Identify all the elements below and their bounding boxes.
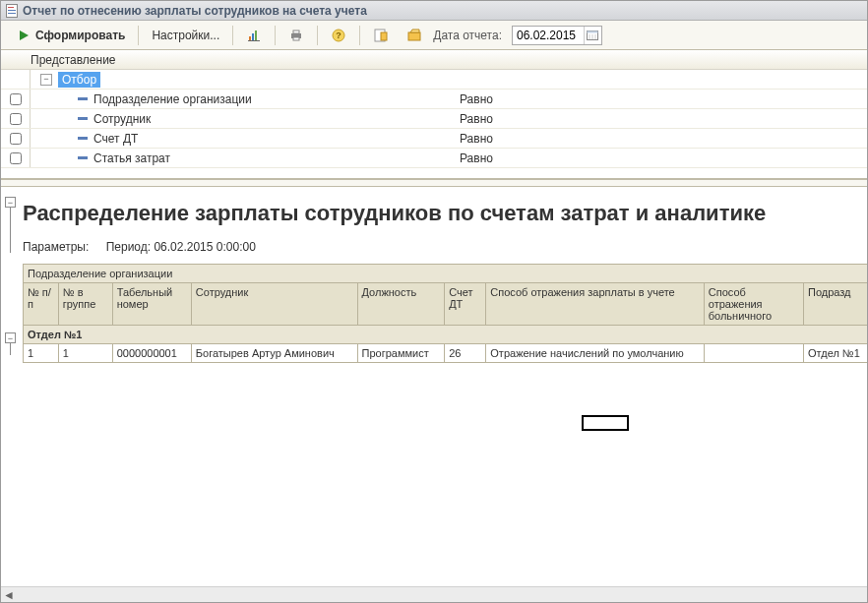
form-report-label: Сформировать <box>35 29 125 42</box>
group-row[interactable]: Отдел №1 <box>24 326 868 344</box>
cell-acc: 26 <box>445 344 486 363</box>
filter-checkbox[interactable] <box>10 113 22 125</box>
params-label: Параметры: <box>23 240 89 254</box>
svg-rect-19 <box>588 30 598 32</box>
cell-method: Отражение начислений по умолчанию <box>486 344 704 363</box>
window-title: Отчет по отнесению зарплаты сотрудников … <box>23 4 367 18</box>
svg-rect-11 <box>293 37 299 40</box>
filter-header-label: Представление <box>31 53 116 67</box>
report-title: Распределение зарплаты сотрудников по сч… <box>23 201 867 226</box>
cell-tab: 0000000001 <box>112 344 191 363</box>
report-date-input[interactable] <box>513 29 584 42</box>
toolbar-separator <box>359 26 360 45</box>
cell-emp: Богатырев Артур Аминович <box>191 344 357 363</box>
save-icon <box>373 28 389 43</box>
chart-icon <box>246 28 262 43</box>
report-scroll[interactable]: − − Распределение зарплаты сотрудников п… <box>1 187 867 586</box>
splitter[interactable] <box>1 179 867 187</box>
filter-row[interactable]: Статья затрат Равно <box>1 149 867 168</box>
svg-rect-3 <box>8 13 16 14</box>
collapse-icon[interactable]: − <box>40 74 52 86</box>
table-superheader: Подразделение организации <box>24 265 868 283</box>
form-report-button[interactable]: Сформировать <box>9 24 132 47</box>
filter-row[interactable]: Сотрудник Равно <box>1 109 867 129</box>
save-settings-button[interactable] <box>366 24 396 47</box>
svg-rect-6 <box>252 33 254 40</box>
col-pos: Должность <box>357 283 445 326</box>
cell-sick <box>704 344 803 363</box>
col-acc: Счет ДТ <box>445 283 486 326</box>
filter-checkbox[interactable] <box>10 133 22 145</box>
svg-rect-7 <box>255 30 257 40</box>
document-icon <box>5 4 19 18</box>
print-icon <box>288 28 304 43</box>
col-sick: Способ отражения больничного <box>704 283 803 326</box>
report-window: Отчет по отнесению зарплаты сотрудников … <box>0 0 868 603</box>
report-table: Подразделение организации № п/п № в груп… <box>23 264 867 363</box>
table-header-row: № п/п № в группе Табельный номер Сотрудн… <box>24 283 868 326</box>
load-icon <box>406 28 422 43</box>
filter-panel: Представление − Отбор Подразделение орга… <box>1 50 867 179</box>
report-params: Параметры: Период: 06.02.2015 0:00:00 <box>23 240 867 254</box>
filter-item-label: Счет ДТ <box>93 132 138 146</box>
cell-dept: Отдел №1 <box>804 344 868 363</box>
toolbar-separator <box>317 26 318 45</box>
filter-root-row[interactable]: − Отбор <box>1 70 867 90</box>
report-area: − − Распределение зарплаты сотрудников п… <box>1 187 867 602</box>
col-method: Способ отражения зарплаты в учете <box>486 283 704 326</box>
toolbar-separator <box>232 26 233 45</box>
play-icon <box>16 28 31 43</box>
filter-root-label: Отбор <box>58 72 100 88</box>
leaf-icon <box>78 117 88 120</box>
toolbar-separator <box>138 26 139 45</box>
filter-item-label: Статья затрат <box>93 151 170 165</box>
table-row[interactable]: 1 1 0000000001 Богатырев Артур Аминович … <box>24 344 868 363</box>
date-input-wrap <box>512 26 602 45</box>
svg-rect-2 <box>8 10 16 11</box>
print-button[interactable] <box>281 24 311 47</box>
calendar-icon <box>585 28 600 43</box>
col-npp: № п/п <box>24 283 59 326</box>
filter-header: Представление <box>1 50 867 70</box>
svg-rect-1 <box>8 7 14 8</box>
outline-gutter: − − <box>1 187 23 534</box>
cell-pos: Программист <box>357 344 445 363</box>
row-checkbox-cell <box>1 70 31 89</box>
leaf-icon <box>78 137 88 140</box>
settings-label: Настройки... <box>152 29 219 42</box>
filter-row[interactable]: Счет ДТ Равно <box>1 129 867 149</box>
horizontal-scrollbar[interactable]: ◄ <box>1 586 867 602</box>
cell-ngrp: 1 <box>58 344 112 363</box>
col-ngrp: № в группе <box>58 283 112 326</box>
load-settings-button[interactable] <box>400 24 429 47</box>
group-label: Отдел №1 <box>24 326 868 344</box>
filter-condition: Равно <box>460 112 493 126</box>
svg-rect-15 <box>381 32 387 40</box>
titlebar: Отчет по отнесению зарплаты сотрудников … <box>1 1 867 21</box>
outline-toggle[interactable]: − <box>5 197 16 208</box>
svg-rect-10 <box>293 30 299 33</box>
col-tab: Табельный номер <box>112 283 191 326</box>
leaf-icon <box>78 97 88 100</box>
help-button[interactable]: ? <box>324 24 353 47</box>
superheader-label: Подразделение организации <box>24 265 868 283</box>
toolbar-separator <box>275 26 276 45</box>
leaf-icon <box>78 156 88 159</box>
params-period: Период: 06.02.2015 0:00:00 <box>106 240 256 254</box>
filter-item-label: Подразделение организации <box>93 92 252 106</box>
settings-button[interactable]: Настройки... <box>145 25 226 46</box>
calendar-button[interactable] <box>584 27 601 44</box>
svg-rect-16 <box>408 32 420 40</box>
svg-rect-5 <box>249 36 251 40</box>
filter-checkbox[interactable] <box>10 93 22 105</box>
scroll-left-icon[interactable]: ◄ <box>1 587 17 603</box>
toolbar: Сформировать Настройки... ? <box>1 21 867 50</box>
chart-button[interactable] <box>239 24 269 47</box>
svg-text:?: ? <box>337 30 342 40</box>
svg-marker-17 <box>410 30 419 32</box>
filter-checkbox[interactable] <box>10 152 22 164</box>
help-icon: ? <box>331 28 346 43</box>
outline-toggle[interactable]: − <box>5 332 16 343</box>
col-emp: Сотрудник <box>191 283 357 326</box>
filter-row[interactable]: Подразделение организации Равно <box>1 90 867 109</box>
